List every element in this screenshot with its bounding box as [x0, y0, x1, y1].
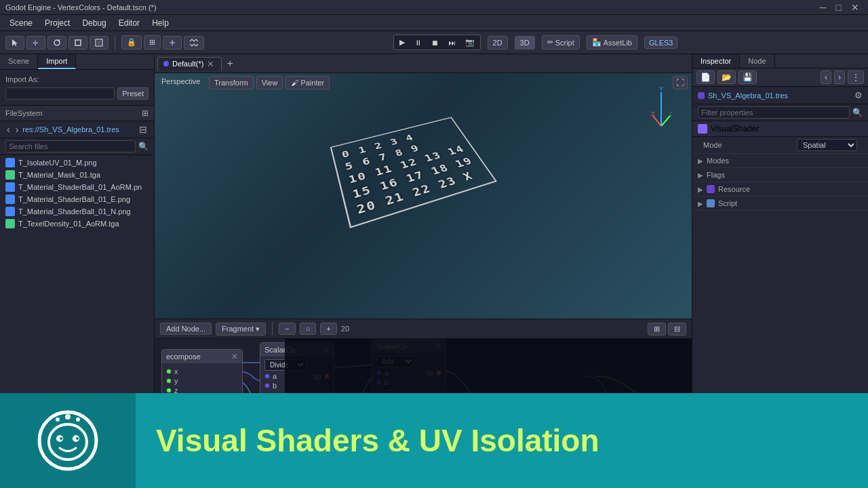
filesystem-label: FileSystem: [5, 109, 42, 117]
tool-group-select: ✛: [5, 36, 108, 49]
decompose-node-title: ecompose: [166, 352, 201, 361]
node-port-row: y: [166, 377, 238, 385]
painter-button[interactable]: 🖌 Painter: [285, 76, 330, 89]
tab-add-button[interactable]: +: [223, 58, 236, 70]
filename: T_Material_ShaderBall_01_AoRM.pn: [18, 183, 142, 191]
snap-button[interactable]: [163, 36, 182, 49]
tab-inspector[interactable]: Inspector: [692, 54, 740, 68]
grid-button[interactable]: ⊞: [648, 323, 666, 336]
visual-shader-label: VisualShader: [711, 124, 759, 134]
window-controls: ─ □ ✕: [816, 2, 863, 13]
nav-forward-button[interactable]: ›: [14, 124, 20, 135]
zoom-reset-button[interactable]: ○: [300, 323, 317, 335]
menu-project[interactable]: Project: [39, 17, 75, 29]
expand-button[interactable]: ‹: [821, 70, 831, 84]
svg-line-10: [661, 116, 670, 126]
3d-viewport[interactable]: Perspective Transform View 🖌 Painter ⛶ 0…: [155, 73, 692, 319]
tab-close-button[interactable]: ✕: [207, 60, 214, 68]
list-item[interactable]: T_Material_ShaderBall_01_N.png: [0, 205, 154, 218]
tab-scene[interactable]: Scene: [0, 54, 38, 69]
collapse-button[interactable]: ›: [834, 70, 845, 84]
maximize-button[interactable]: □: [836, 2, 842, 13]
save-resource-button[interactable]: 💾: [738, 70, 757, 84]
tab-icon: [163, 61, 169, 66]
stop-button[interactable]: ⏹: [427, 37, 443, 48]
list-item[interactable]: T_Material_Mask_01.tga: [0, 169, 154, 181]
viewport-toolbar: Transform View 🖌 Painter: [209, 76, 330, 89]
rect-tool-button[interactable]: [90, 36, 108, 49]
list-item[interactable]: T_TexelDensity_01_AoRM.tga: [0, 218, 154, 230]
play-button[interactable]: ▶: [395, 37, 409, 48]
resource-section-header[interactable]: ▶ Resource: [692, 182, 868, 196]
viewport-expand-button[interactable]: ⛶: [673, 76, 688, 89]
step-button[interactable]: ⏭: [444, 37, 460, 48]
import-type-input[interactable]: [5, 87, 115, 100]
port-b-in: [264, 383, 270, 388]
transform-button[interactable]: Transform: [209, 76, 254, 89]
svg-text:Z: Z: [651, 110, 655, 117]
svg-point-19: [76, 437, 79, 440]
visual-shader-icon: [698, 124, 707, 134]
file-icon: [5, 219, 15, 228]
rotate-tool-button[interactable]: [47, 36, 66, 49]
filesystem-path[interactable]: res://Sh_VS_Algebra_01.tres: [22, 125, 119, 134]
script-section-header[interactable]: ▶ Script: [692, 197, 868, 210]
list-item[interactable]: T_IsolateUV_01_M.png: [0, 157, 154, 169]
group-button[interactable]: ⊞: [144, 35, 161, 49]
select-tool-button[interactable]: [5, 36, 24, 49]
filesystem-tree-icon: ⊞: [142, 108, 149, 118]
list-item[interactable]: T_Material_ShaderBall_01_AoRM.pn: [0, 181, 154, 193]
assetlib-button[interactable]: 🏪 AssetLib: [587, 35, 637, 49]
menu-scene[interactable]: Scene: [4, 17, 38, 29]
flags-section-header[interactable]: ▶ Flags: [692, 168, 868, 182]
svg-text:✛: ✛: [33, 39, 38, 47]
add-node-button[interactable]: Add Node...: [160, 323, 212, 335]
menu-help[interactable]: Help: [146, 17, 174, 29]
svg-text:X: X: [670, 110, 671, 117]
close-button[interactable]: ✕: [851, 2, 859, 13]
tab-label: Default(*): [172, 60, 203, 68]
nav-back-button[interactable]: ‹: [5, 124, 12, 135]
open-resource-button[interactable]: 📂: [717, 70, 736, 84]
new-resource-button[interactable]: 📄: [696, 70, 715, 84]
menu-editor[interactable]: Editor: [113, 17, 145, 29]
3d-mode-button[interactable]: 3D: [515, 36, 535, 49]
menu-debug[interactable]: Debug: [77, 17, 111, 29]
resource-name-bar: Sh_VS_Algebra_01.tres ⚙: [692, 87, 868, 104]
zoom-minus-button[interactable]: −: [279, 323, 295, 335]
search-input[interactable]: [5, 140, 136, 152]
tab-node[interactable]: Node: [740, 54, 774, 68]
minimap-button[interactable]: ⊟: [668, 323, 686, 336]
move-tool-button[interactable]: ✛: [26, 36, 45, 49]
script-button[interactable]: ✏ Script: [542, 35, 580, 49]
stretch-button[interactable]: [184, 36, 204, 49]
import-row: Preset: [5, 87, 149, 100]
zoom-plus-button[interactable]: +: [320, 323, 336, 335]
more-options-button[interactable]: ⋮: [848, 70, 864, 84]
minimize-button[interactable]: ─: [820, 2, 827, 13]
list-item[interactable]: T_Material_ShaderBall_01_E.png: [0, 193, 154, 205]
modes-section: ▶ Modes: [692, 154, 868, 168]
decompose-close-button[interactable]: ✕: [231, 352, 238, 361]
camera-button[interactable]: 📷: [461, 37, 479, 48]
lock-button[interactable]: 🔒: [121, 35, 142, 49]
tab-default[interactable]: Default(*) ✕: [157, 57, 222, 70]
resource-settings-button[interactable]: ⚙: [854, 90, 863, 100]
fragment-button[interactable]: Fragment ▾: [216, 323, 266, 336]
pause-button[interactable]: ⏸: [410, 37, 426, 48]
view-button[interactable]: View: [256, 76, 283, 89]
filesystem-tree-toggle[interactable]: ⊟: [138, 124, 149, 135]
preset-button[interactable]: Preset: [117, 87, 149, 100]
port-b-label: b: [273, 382, 277, 390]
file-icon: [5, 195, 15, 204]
zoom-value-label: 20: [341, 325, 349, 333]
filter-bar: 🔍: [692, 104, 868, 121]
filter-properties-input[interactable]: [698, 106, 850, 119]
mode-dropdown[interactable]: Spatial CanvasItem Particles: [797, 139, 857, 151]
2d-mode-button[interactable]: 2D: [488, 36, 508, 49]
modes-chevron-icon: ▶: [698, 157, 703, 165]
filesystem-header: FileSystem ⊞: [0, 105, 154, 121]
modes-section-header[interactable]: ▶ Modes: [692, 154, 868, 167]
scale-tool-button[interactable]: [68, 36, 87, 49]
tab-import[interactable]: Import: [38, 54, 76, 69]
